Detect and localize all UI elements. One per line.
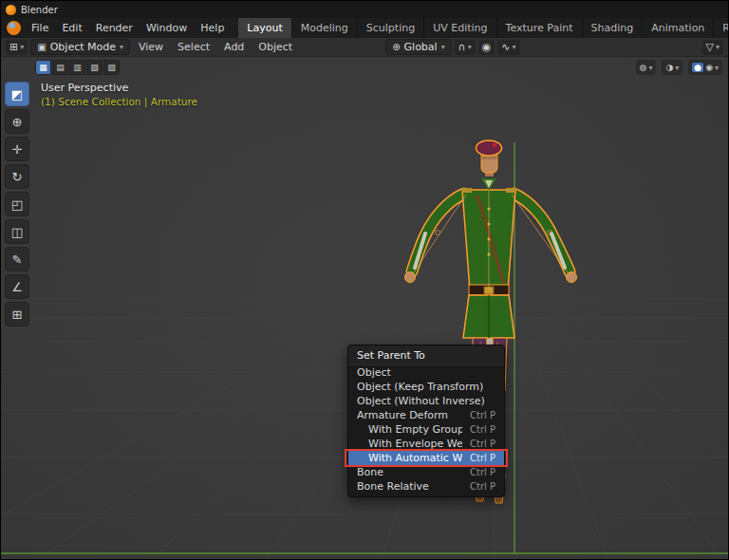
chevron-down-icon: ▾: [20, 43, 24, 51]
menu-object[interactable]: Object: [252, 41, 298, 53]
scale-icon: ◰: [11, 197, 23, 212]
cursor-tool[interactable]: ⊕: [5, 109, 29, 134]
workspace-tab-rendering[interactable]: Rendering: [714, 18, 728, 38]
proportional-falloff-dropdown[interactable]: ∿ ▾: [497, 40, 519, 55]
workspace-tabs: Layout Modeling Sculpting UV Editing Tex…: [238, 18, 728, 38]
menu-bar: File Edit Render Window Help Layout Mode…: [1, 18, 728, 38]
menu-item-object-keep-transform[interactable]: Object (Keep Transform): [348, 380, 504, 394]
filter-funnel-icon: ▽: [706, 42, 714, 52]
move-tool[interactable]: ✛: [5, 137, 29, 161]
chevron-down-icon: ▾: [675, 64, 679, 72]
blender-app-icon: [6, 5, 16, 15]
pencil-icon: ✎: [12, 252, 23, 267]
workspace-tab-uv-editing[interactable]: UV Editing: [424, 18, 496, 38]
show-gizmos-dropdown[interactable]: ◍ ▾: [636, 60, 657, 75]
rotate-tool[interactable]: ↻: [5, 164, 29, 189]
add-cube-tool[interactable]: ⊞: [5, 302, 29, 327]
grid-pattern-icon: ▥: [73, 63, 82, 72]
select-box-icon: ◩: [11, 87, 23, 102]
proportional-circle-icon: ◉: [482, 42, 492, 52]
show-overlays-dropdown[interactable]: ◑ ▾: [662, 60, 682, 75]
mode-dropdown[interactable]: ▣ Object Mode ▾: [30, 39, 130, 55]
falloff-curve-icon: ∿: [501, 42, 510, 52]
menu-item-with-empty-groups[interactable]: With Empty Groups Ctrl P: [348, 422, 504, 437]
workspace-tab-animation[interactable]: Animation: [643, 18, 714, 38]
chevron-down-icon: ▾: [468, 43, 472, 51]
workspace-tab-layout[interactable]: Layout: [238, 18, 291, 38]
grid-pattern-icon: ▧: [107, 63, 116, 72]
gizmo-icon: ◍: [640, 63, 647, 72]
chevron-down-icon: ▾: [648, 64, 652, 72]
grid-pattern-icon: ▦: [39, 63, 47, 72]
menu-edit[interactable]: Edit: [55, 18, 88, 38]
toggle-button-5[interactable]: ▧: [103, 60, 120, 75]
blender-logo-icon[interactable]: [7, 21, 21, 35]
chevron-down-icon: ▾: [715, 64, 719, 72]
toggle-button-2[interactable]: ▤: [52, 60, 68, 75]
workspace-tab-shading[interactable]: Shading: [583, 18, 644, 38]
chevron-down-icon: ▾: [120, 43, 123, 51]
context-menu-title: Set Parent To: [348, 345, 504, 365]
add-cube-icon: ⊞: [12, 308, 23, 322]
snap-toggle[interactable]: ∩ ▾: [455, 40, 476, 55]
blender-window: Blender File Edit Render Window Help Lay…: [1, 1, 728, 559]
editor-type-icon: ⊞: [9, 42, 18, 52]
chevron-down-icon: ▾: [441, 43, 445, 51]
rotate-icon: ↻: [12, 170, 23, 184]
viewport-header: ⊞ ▾ ▣ Object Mode ▾ View Select Add Obje…: [1, 38, 728, 57]
menu-add[interactable]: Add: [218, 41, 250, 53]
menu-file[interactable]: File: [25, 18, 55, 38]
select-box-tool[interactable]: ◩: [5, 82, 29, 106]
measure-icon: ∠: [11, 280, 23, 294]
menu-view[interactable]: View: [133, 41, 169, 53]
workspace-tab-modeling[interactable]: Modeling: [292, 18, 358, 38]
toggle-button-4[interactable]: ▨: [86, 60, 103, 75]
3d-viewport[interactable]: ▦ ▤ ▥ ▨ ▧ ◍ ▾ ◑ ▾ ● ◉ ▾ User Perspective…: [1, 57, 728, 559]
selectability-filter-dropdown[interactable]: ▽ ▾: [702, 40, 723, 55]
overlays-icon: ◑: [665, 63, 673, 72]
menu-item-object-without-inverse[interactable]: Object (Without Inverse): [348, 394, 504, 408]
beret: [477, 140, 502, 156]
menu-item-bone-relative[interactable]: Bone Relative Ctrl P: [348, 479, 504, 494]
object-mode-icon: ▣: [37, 42, 46, 52]
measure-tool[interactable]: ∠: [5, 274, 29, 299]
workspace-tab-texture-paint[interactable]: Texture Paint: [497, 18, 583, 38]
chevron-down-icon: ▾: [513, 43, 516, 51]
menu-help[interactable]: Help: [194, 18, 231, 38]
menu-item-armature-deform[interactable]: Armature Deform Ctrl P: [348, 408, 504, 422]
set-parent-context-menu: Set Parent To Object Object (Keep Transf…: [347, 345, 505, 497]
left-hand: [405, 272, 416, 283]
transform-orientation-dropdown[interactable]: ⊕ Global ▾: [385, 39, 452, 55]
menu-item-with-envelope-weights[interactable]: With Envelope Weights Ctrl P: [348, 437, 504, 451]
menu-item-object[interactable]: Object: [348, 365, 504, 380]
menu-window[interactable]: Window: [140, 18, 194, 38]
proportional-editing-toggle[interactable]: ◉: [478, 40, 495, 55]
mode-label: Object Mode: [50, 41, 116, 53]
magnet-icon: ∩: [458, 42, 466, 52]
cursor-icon: ⊕: [12, 115, 23, 129]
grid-pattern-icon: ▤: [56, 63, 65, 72]
active-collection-label: (1) Scene Collection | Armature: [41, 96, 197, 107]
toggle-button-1[interactable]: ▦: [35, 60, 51, 75]
shading-solid-icon: ●: [692, 63, 703, 72]
viewport-shading-dropdown[interactable]: ● ◉ ▾: [688, 60, 722, 75]
move-icon: ✛: [12, 142, 23, 157]
scale-tool[interactable]: ◰: [5, 192, 29, 216]
editor-type-selector[interactable]: ⊞ ▾: [6, 40, 28, 55]
orientation-label: Global: [404, 41, 438, 53]
transform-tool[interactable]: ◫: [5, 219, 29, 244]
annotate-tool[interactable]: ✎: [5, 247, 29, 271]
view-perspective-label: User Perspective: [41, 82, 128, 94]
title-bar: Blender: [1, 1, 728, 18]
menu-item-with-automatic-weights[interactable]: With Automatic Weights Ctrl P: [348, 451, 504, 465]
window-title: Blender: [21, 5, 58, 15]
workspace-tab-sculpting[interactable]: Sculpting: [358, 18, 424, 38]
toolbar: ◩ ⊕ ✛ ↻ ◰ ◫ ✎ ∠ ⊞: [5, 82, 29, 327]
globe-icon: ⊕: [392, 42, 400, 52]
menu-item-bone[interactable]: Bone Ctrl P: [348, 465, 504, 479]
shading-material-icon: ◉: [705, 63, 713, 72]
toggle-button-3[interactable]: ▥: [69, 60, 85, 75]
menu-select[interactable]: Select: [172, 41, 215, 53]
menu-render[interactable]: Render: [89, 18, 140, 38]
chevron-down-icon: ▾: [716, 43, 720, 51]
